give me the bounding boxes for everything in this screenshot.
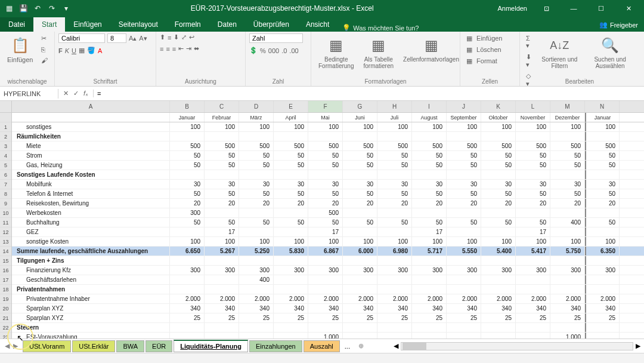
cell[interactable]: 20 <box>447 199 481 208</box>
cell[interactable]: 500 <box>516 141 550 150</box>
find-select-button[interactable]: 🔍Suchen und Auswählen <box>584 33 636 72</box>
cell[interactable]: 500 <box>481 141 516 150</box>
cell[interactable] <box>447 285 481 294</box>
cell[interactable]: 5.250 <box>239 247 274 256</box>
merge-icon[interactable]: ⬌ <box>194 45 199 53</box>
col-header-H[interactable]: H <box>377 101 412 112</box>
font-color-icon[interactable]: A <box>98 47 102 54</box>
table-row[interactable]: Tilgungen + Zins <box>12 256 644 266</box>
cell[interactable] <box>170 285 205 294</box>
table-row[interactable]: Privatentnahme Inhaber2.0002.0002.0002.0… <box>12 294 644 304</box>
table-row[interactable]: Sparplan XYZ3403403403403403403403403403… <box>12 304 644 313</box>
name-box[interactable]: HYPERLINK <box>0 89 58 99</box>
fx-icon[interactable]: fₓ <box>83 90 88 97</box>
cell[interactable]: 50 <box>516 189 550 198</box>
cell[interactable] <box>377 333 412 339</box>
cell[interactable]: 50 <box>412 151 447 160</box>
tab-review[interactable]: Überprüfen <box>245 17 298 32</box>
cell[interactable]: 2.000 <box>447 294 481 303</box>
cell[interactable] <box>516 333 550 339</box>
table-row[interactable]: ESt-Vorauszahlung1.0001.000 <box>12 333 644 339</box>
table-row[interactable]: sonstiges1001001001001001001001001001001… <box>12 122 644 132</box>
tab-nav-next-icon[interactable]: ▶ <box>13 342 18 350</box>
cell[interactable]: 340 <box>205 304 239 313</box>
cell[interactable] <box>447 208 481 217</box>
cell[interactable]: 500 <box>205 141 239 150</box>
cell[interactable] <box>585 275 620 284</box>
cell[interactable]: 50 <box>585 161 620 170</box>
col-header-B[interactable]: B <box>170 101 205 112</box>
cell[interactable]: 100 <box>205 237 239 246</box>
cell[interactable] <box>447 227 481 236</box>
cell[interactable]: 500 <box>585 141 620 150</box>
cell[interactable] <box>585 227 620 236</box>
cell[interactable]: 2.000 <box>516 294 550 303</box>
cell[interactable] <box>412 132 447 141</box>
cell[interactable]: 25 <box>205 313 239 322</box>
format-painter-icon[interactable]: 🖌 <box>39 56 50 65</box>
cell[interactable] <box>550 256 585 265</box>
cell[interactable]: 30 <box>481 180 516 189</box>
delete-cells-button[interactable]: ▦ Löschen <box>464 45 507 55</box>
cell[interactable]: 50 <box>377 218 412 227</box>
cell[interactable] <box>412 256 447 265</box>
cell[interactable]: 30 <box>239 180 274 189</box>
cell[interactable]: 30 <box>308 180 343 189</box>
cell[interactable]: 300 <box>205 266 239 275</box>
cell[interactable]: 100 <box>447 122 481 131</box>
row-header[interactable]: 3 <box>0 141 11 151</box>
col-header-I[interactable]: I <box>412 101 447 112</box>
cell[interactable]: 50 <box>308 189 343 198</box>
cell[interactable]: 100 <box>481 237 516 246</box>
cell[interactable]: 340 <box>239 304 274 313</box>
col-header-M[interactable]: M <box>550 101 585 112</box>
cell[interactable] <box>274 132 308 141</box>
cell[interactable]: 50 <box>516 218 550 227</box>
ribbon-options-icon[interactable]: ⊡ <box>533 0 559 17</box>
cell[interactable]: 340 <box>274 304 308 313</box>
cell[interactable]: 20 <box>205 199 239 208</box>
cell[interactable]: 30 <box>274 180 308 189</box>
cell[interactable]: 100 <box>170 122 205 131</box>
row-header[interactable]: 5 <box>0 161 11 170</box>
cell[interactable]: 50 <box>170 161 205 170</box>
cell[interactable]: 5.830 <box>274 247 308 256</box>
cell[interactable] <box>447 132 481 141</box>
cell[interactable]: 50 <box>585 151 620 160</box>
cell[interactable] <box>481 333 516 339</box>
hscroll-left-icon[interactable]: ◀ <box>394 342 398 350</box>
table-row[interactable]: Steuern <box>12 323 644 333</box>
row-header[interactable]: 6 <box>0 170 11 180</box>
sheet-tab-bwa[interactable]: BWA <box>116 340 144 352</box>
cell[interactable]: 50 <box>447 161 481 170</box>
cell[interactable] <box>481 132 516 141</box>
cell[interactable]: 2.000 <box>377 294 412 303</box>
cell[interactable] <box>585 208 620 217</box>
cell[interactable]: 500 <box>274 141 308 150</box>
cell[interactable]: 20 <box>274 199 308 208</box>
cell-styles-button[interactable]: ▦Zellenformatvorlagen <box>400 33 463 65</box>
cell[interactable]: 50 <box>205 218 239 227</box>
table-row[interactable]: Sparplan XYZ25252525252525252525252525 <box>12 313 644 323</box>
cell[interactable]: 30 <box>550 180 585 189</box>
cell[interactable]: 25 <box>274 313 308 322</box>
cell[interactable] <box>205 132 239 141</box>
table-row[interactable]: Räumlichkeiten <box>12 132 644 141</box>
cell[interactable] <box>585 285 620 294</box>
hscroll-right-icon[interactable]: ▶ <box>636 342 640 350</box>
cell[interactable]: 20 <box>481 199 516 208</box>
cell[interactable]: 300 <box>377 266 412 275</box>
row-header[interactable]: 8 <box>0 189 11 199</box>
row-header[interactable]: 7 <box>0 180 11 189</box>
cell[interactable]: 25 <box>170 313 205 322</box>
align-top-icon[interactable]: ⬆ <box>160 33 165 41</box>
row-header[interactable]: 17 <box>0 275 11 285</box>
cell[interactable]: 2.000 <box>308 294 343 303</box>
sheet-tab-more[interactable]: ... <box>341 341 354 352</box>
cell[interactable]: 100 <box>550 122 585 131</box>
hscroll-bar[interactable] <box>401 342 633 350</box>
row-header[interactable]: 10 <box>0 208 11 218</box>
cell[interactable] <box>377 275 412 284</box>
cell[interactable]: 50 <box>274 189 308 198</box>
cell[interactable]: 50 <box>447 151 481 160</box>
